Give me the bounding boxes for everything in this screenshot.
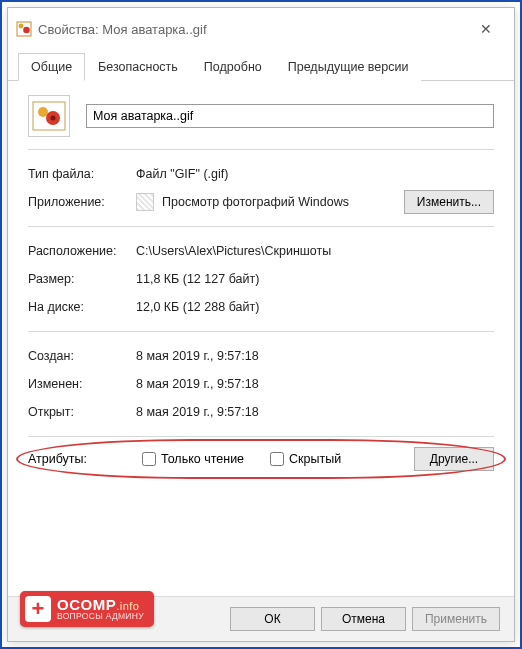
modified-label: Изменен:	[28, 377, 136, 391]
watermark-logo: + OCOMP.info ВОПРОСЫ АДМИНУ	[20, 591, 154, 627]
cancel-button[interactable]: Отмена	[321, 607, 406, 631]
disk-label: На диске:	[28, 300, 136, 314]
hidden-input[interactable]	[270, 452, 284, 466]
created-label: Создан:	[28, 349, 136, 363]
ok-button[interactable]: ОК	[230, 607, 315, 631]
filename-input[interactable]	[86, 104, 494, 128]
hidden-checkbox[interactable]: Скрытый	[270, 452, 341, 466]
app-icon	[136, 193, 154, 211]
advanced-button[interactable]: Другие...	[414, 447, 494, 471]
readonly-input[interactable]	[142, 452, 156, 466]
tab-details[interactable]: Подробно	[191, 53, 275, 81]
accessed-label: Открыт:	[28, 405, 136, 419]
change-app-button[interactable]: Изменить...	[404, 190, 494, 214]
tab-security[interactable]: Безопасность	[85, 53, 191, 81]
separator	[28, 436, 494, 437]
filetype-label: Тип файла:	[28, 167, 136, 181]
general-panel: Тип файла: Файл "GIF" (.gif) Приложение:…	[8, 81, 514, 596]
location-label: Расположение:	[28, 244, 136, 258]
svg-point-1	[19, 24, 24, 29]
separator	[28, 226, 494, 227]
svg-point-6	[51, 116, 56, 121]
tabstrip: Общие Безопасность Подробно Предыдущие в…	[8, 52, 514, 81]
location-value: C:\Users\Alex\Pictures\Скриншоты	[136, 244, 494, 258]
file-thumbnail	[28, 95, 70, 137]
titlebar: Свойства: Моя аватарка..gif ✕	[8, 8, 514, 50]
modified-value: 8 мая 2019 г., 9:57:18	[136, 377, 494, 391]
file-icon	[16, 21, 32, 37]
readonly-checkbox[interactable]: Только чтение	[142, 452, 244, 466]
created-value: 8 мая 2019 г., 9:57:18	[136, 349, 494, 363]
size-label: Размер:	[28, 272, 136, 286]
separator	[28, 331, 494, 332]
separator	[28, 149, 494, 150]
properties-dialog: Свойства: Моя аватарка..gif ✕ Общие Безо…	[7, 7, 515, 642]
size-value: 11,8 КБ (12 127 байт)	[136, 272, 494, 286]
tab-general[interactable]: Общие	[18, 53, 85, 81]
app-value: Просмотр фотографий Windows	[162, 195, 349, 209]
close-button[interactable]: ✕	[466, 15, 506, 43]
accessed-value: 8 мая 2019 г., 9:57:18	[136, 405, 494, 419]
apply-button[interactable]: Применить	[412, 607, 500, 631]
plus-icon: +	[25, 596, 51, 622]
window-title: Свойства: Моя аватарка..gif	[38, 22, 466, 37]
disk-value: 12,0 КБ (12 288 байт)	[136, 300, 494, 314]
svg-point-2	[23, 27, 30, 34]
filetype-value: Файл "GIF" (.gif)	[136, 167, 494, 181]
tab-previous[interactable]: Предыдущие версии	[275, 53, 422, 81]
attributes-label: Атрибуты:	[28, 452, 136, 466]
app-label: Приложение:	[28, 195, 136, 209]
